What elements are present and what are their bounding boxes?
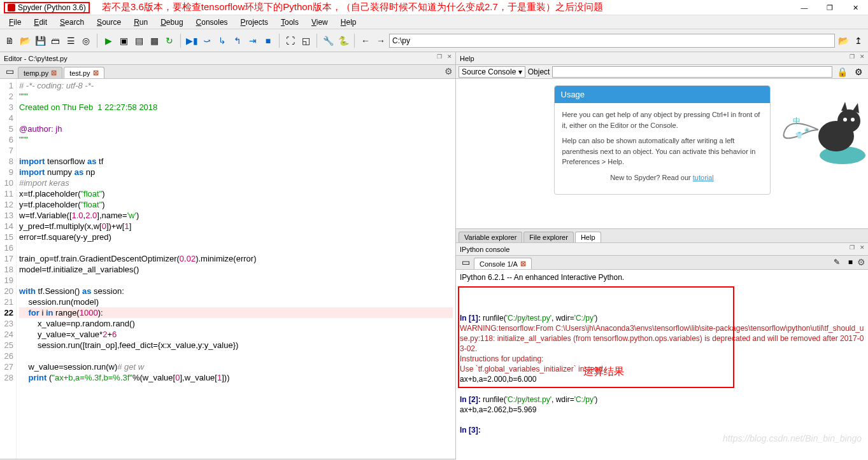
lock-icon[interactable]: 🔒 [835,65,849,79]
save-icon[interactable]: 💾 [33,34,47,48]
run-icon[interactable]: ▶ [101,34,115,48]
forward-icon[interactable]: → [374,34,388,48]
save-all-icon[interactable]: 🗃 [48,34,62,48]
source-select[interactable]: Source Console ▾ [459,66,525,78]
object-input[interactable] [552,66,832,78]
annotation-top: 若不是3.6版本，要检查tensorflow环境下的Python版本，（自己装得… [102,1,603,13]
svg-text:👕: 👕 [795,131,804,139]
clear-icon[interactable]: ✎ [834,258,840,267]
annotation-result: 运算结果 [583,366,624,377]
object-label: Object [528,67,550,76]
preferences-icon[interactable]: 🔧 [321,34,335,48]
close-icon[interactable]: ⊠ [520,260,526,268]
menu-search[interactable]: Search [53,15,90,29]
maximize-pane-icon[interactable]: ⛶ [283,34,297,48]
gear-icon[interactable]: ⚙ [851,65,865,79]
help-tab[interactable]: File explorer [523,232,574,242]
float-icon[interactable]: ❐ [435,52,444,61]
run-cell-icon[interactable]: ▣ [117,34,131,48]
help-pane-header: Help ❐✕ [456,52,868,65]
gear-icon[interactable]: ⚙ [857,257,865,267]
editor-tabbar: ▭ temp.py⊠test.py⊠⚙ [0,65,455,79]
toolbar: 🗎 📂 💾 🗃 ☰ ◎ ▶ ▣ ▤ ▦ ↻ ▶▮ ⤻ ↳ ↰ ⇥ ■ ⛶ ◱ 🔧… [0,29,868,52]
console-output[interactable]: IPython 6.2.1 -- An enhanced Interactive… [456,270,868,460]
console-pane-header: IPython console ❐✕ [456,243,868,256]
svg-text:中: 中 [793,116,800,125]
console-tab[interactable]: Console 1/A⊠ [474,258,532,269]
usage-title: Usage [555,86,770,103]
menu-run[interactable]: Run [127,15,154,29]
close-icon[interactable]: ⊠ [51,69,57,77]
editor-tab[interactable]: test.py⊠ [64,67,104,78]
help-bottom-tabs: Variable explorerFile explorerHelp [456,228,868,242]
svg-point-5 [843,118,847,122]
svg-marker-3 [841,102,848,112]
step-in-icon[interactable]: ↳ [215,34,229,48]
cat-illustration: 中 ❀ 👕 [772,92,868,168]
usage-p2: Help can also be shown automatically aft… [562,136,762,167]
help-tab[interactable]: Variable explorer [459,232,522,242]
spyder-icon [8,4,15,11]
editor-pane-header: Editor - C:\py\test.py ❐✕ [0,52,455,65]
fullscreen-icon[interactable]: ◱ [299,34,313,48]
code-editor[interactable]: 1234567891011121314151617181920212223242… [0,79,455,459]
titlebar: Spyder (Python 3.6) 若不是3.6版本，要检查tensorfl… [0,0,868,15]
rerun-icon[interactable]: ↻ [162,34,176,48]
gear-icon[interactable]: ⚙ [445,66,453,76]
outline-icon[interactable]: ☰ [64,34,78,48]
back-icon[interactable]: ← [359,34,373,48]
minimize-button[interactable]: — [792,0,817,15]
svg-text:❀: ❀ [804,127,809,134]
menu-debug[interactable]: Debug [154,15,189,29]
debug-icon[interactable]: ▶▮ [185,34,199,48]
close-icon[interactable]: ⊠ [93,69,99,77]
stop-icon[interactable]: ■ [848,258,853,267]
float-icon[interactable]: ❐ [848,243,857,252]
menubar: FileEditSearchSourceRunDebugConsolesProj… [0,15,868,29]
browse-tabs-icon[interactable]: ▭ [3,64,17,78]
help-body: Usage Here you can get help of any objec… [456,79,868,228]
browse-tabs-icon[interactable]: ▭ [459,255,473,269]
open-file-icon[interactable]: 📂 [18,34,32,48]
menu-source[interactable]: Source [90,15,127,29]
close-pane-icon[interactable]: ✕ [858,52,867,61]
menu-projects[interactable]: Projects [234,15,274,29]
browse-dir-icon[interactable]: 📂 [836,34,850,48]
find-icon[interactable]: ◎ [79,34,93,48]
menu-help[interactable]: Help [334,15,363,29]
menu-file[interactable]: File [3,15,27,29]
menu-tools[interactable]: Tools [274,15,305,29]
float-icon[interactable]: ❐ [848,52,857,61]
help-tab[interactable]: Help [575,232,601,242]
menu-view[interactable]: View [305,15,334,29]
maximize-button[interactable]: ❐ [817,0,843,15]
close-button[interactable]: ✕ [843,0,868,15]
run-selection-icon[interactable]: ▦ [147,34,161,48]
editor-tab[interactable]: temp.py⊠ [18,67,62,78]
new-file-icon[interactable]: 🗎 [3,34,17,48]
parent-dir-icon[interactable]: ↥ [851,34,865,48]
step-over-icon[interactable]: ⤻ [200,34,214,48]
usage-p1: Here you can get help of any object by p… [562,109,762,130]
continue-icon[interactable]: ⇥ [246,34,260,48]
window-title: Spyder (Python 3.6) [4,2,90,13]
menu-consoles[interactable]: Consoles [190,15,234,29]
close-pane-icon[interactable]: ✕ [445,52,454,61]
close-pane-icon[interactable]: ✕ [858,243,867,252]
watermark: https://blog.csdn.net/Bin_bin_bingo [723,433,862,443]
run-cell-advance-icon[interactable]: ▤ [132,34,146,48]
menu-edit[interactable]: Edit [27,15,53,29]
stop-debug-icon[interactable]: ■ [261,34,275,48]
tutorial-link[interactable]: tutorial [693,174,714,181]
svg-point-2 [837,109,860,132]
step-out-icon[interactable]: ↰ [231,34,245,48]
console-tabbar: ▭ Console 1/A⊠ ⚙ ■ ✎ [456,256,868,270]
pythonpath-icon[interactable]: 🐍 [336,34,350,48]
svg-point-6 [851,118,855,122]
working-dir-input[interactable] [389,34,835,48]
